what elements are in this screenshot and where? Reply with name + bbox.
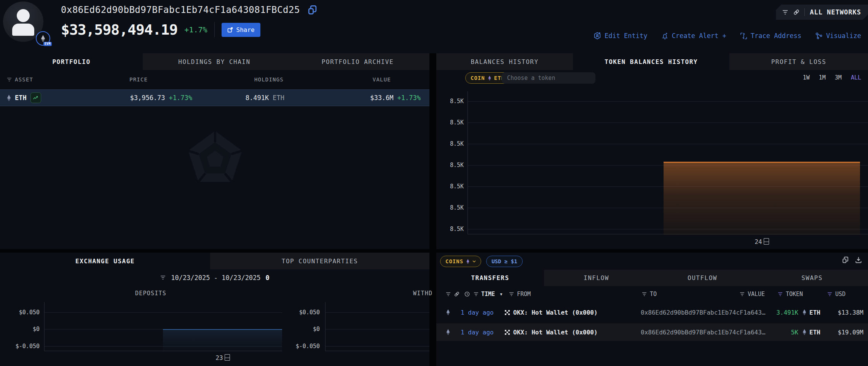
range-1m[interactable]: 1M [819, 74, 826, 81]
tab-transfers[interactable]: TRANSFERS [436, 270, 544, 286]
tab-portfolio[interactable]: PORTFOLIO [0, 53, 143, 70]
asset-price-change: +1.73% [169, 94, 192, 102]
transfer-time[interactable]: 1 day ago [461, 323, 494, 341]
create-alert-label: Create Alert + [672, 32, 726, 40]
wallet-address: 0x86Ed62d90bBd97BFabc1Eb74cF1a643081FBCd… [61, 5, 300, 15]
link-icon[interactable] [793, 9, 799, 15]
transfer-row[interactable]: 1 day ago OKX: Hot Wallet (0x000) 0x86Ed… [436, 323, 868, 341]
col-to[interactable]: TO [650, 289, 657, 299]
balance-change: +1.7% [184, 25, 207, 34]
portfolio-table-header: ASSET PRICE HOLDINGS VALUE [0, 73, 429, 86]
copy-icon[interactable] [842, 256, 849, 263]
transfer-from[interactable]: OKX: Hot Wallet (0x000) [513, 304, 598, 321]
create-alert-button[interactable]: Create Alert + [661, 32, 726, 40]
filter-icon[interactable] [473, 289, 479, 299]
network-selector[interactable]: ALL NETWORKS [776, 5, 868, 20]
tab-inflow[interactable]: INFLOW [544, 270, 649, 286]
transfers-panel: COINS USD ≥ $1 TRANSFERS INFLOW [436, 253, 868, 366]
balance-row: $33,598,494.19 +1.7% Share [61, 21, 260, 38]
y-tick: $0.050 [282, 309, 320, 316]
transfer-value: 5K [791, 323, 798, 341]
col-price[interactable]: PRICE [129, 76, 192, 83]
address-row: 0x86Ed62d90bBd97BFabc1Eb74cF1a643081FBCd… [61, 5, 318, 15]
asset-holdings: 8.491K [246, 94, 269, 102]
evm-chain-badge: EVM [36, 31, 50, 46]
col-value[interactable]: VALUE [748, 289, 765, 299]
trace-address-button[interactable]: Trace Address [740, 32, 801, 40]
date-range-filter[interactable]: 10/23/2025 - 10/23/2025 0 [0, 274, 429, 282]
filter-icon[interactable] [445, 289, 451, 299]
selected-range-region[interactable] [163, 329, 282, 351]
download-icon[interactable] [855, 256, 862, 263]
col-time[interactable]: TIME [481, 289, 495, 299]
transfer-filter-chips: COINS USD ≥ $1 [440, 256, 523, 267]
range-1w[interactable]: 1W [803, 74, 810, 81]
clock-icon[interactable] [464, 289, 470, 299]
trace-icon [740, 32, 747, 40]
transfer-token: ETH [809, 323, 820, 341]
tab-exchange-usage[interactable]: EXCHANGE USAGE [0, 253, 210, 269]
transfer-time[interactable]: 1 day ago [461, 304, 494, 321]
token-search-input[interactable] [502, 72, 595, 84]
filter-icon[interactable] [782, 10, 788, 15]
network-selector-label: ALL NETWORKS [810, 8, 861, 16]
tab-outflow[interactable]: OUTFLOW [649, 270, 756, 286]
y-tick: $0 [2, 325, 40, 333]
transfer-to[interactable]: 0x86Ed62d90bBd97BFabc1Eb74cF1a643… [641, 323, 766, 341]
tab-token-balances-history[interactable]: TOKEN BALANCES HISTORY [573, 53, 729, 70]
token-history-tabs: BALANCES HISTORY TOKEN BALANCES HISTORY … [436, 53, 868, 70]
col-value[interactable]: VALUE [284, 76, 429, 83]
sparkline-chart-icon[interactable] [30, 92, 41, 103]
range-all[interactable]: ALL [851, 74, 861, 81]
y-tick: 8.5K [437, 140, 464, 148]
y-tick: 8.5K [437, 97, 464, 105]
col-from[interactable]: FROM [517, 289, 531, 299]
asset-price: $3,956.73 [130, 94, 165, 102]
coins-filter-chip[interactable]: COINS [440, 256, 481, 267]
deposits-title: DEPOSITS [44, 290, 257, 297]
tab-portfolio-archive[interactable]: PORTFOLIO ARCHIVE [286, 53, 429, 70]
time-range-selector: 1W 1M 3M ALL [803, 74, 861, 81]
copy-address-icon[interactable] [308, 5, 318, 15]
filter-icon-active[interactable] [777, 289, 783, 299]
eth-icon [466, 259, 469, 264]
filter-icon[interactable] [7, 78, 12, 82]
transfers-tabs: TRANSFERS INFLOW OUTFLOW SWAPS [436, 270, 868, 286]
transfer-row[interactable]: 1 day ago OKX: Hot Wallet (0x000) 0x86Ed… [436, 304, 868, 321]
transfer-to[interactable]: 0x86Ed62d90bBd97BFabc1Eb74cF1a643… [641, 304, 766, 321]
portfolio-row-eth[interactable]: ETH $3,956.73 +1.73% 8.491K ETH $33.6M +… [0, 89, 429, 106]
transfer-usd: $19.09M [838, 323, 863, 341]
col-asset[interactable]: ASSET [15, 76, 33, 83]
tab-holdings-by-chain[interactable]: HOLDINGS BY CHAIN [143, 53, 286, 70]
link-icon[interactable] [454, 289, 460, 299]
exchange-tabs: EXCHANGE USAGE TOP COUNTERPARTIES [0, 253, 429, 269]
share-label: Share [236, 26, 255, 33]
col-token[interactable]: TOKEN [786, 289, 803, 299]
usd-chip-label: USD ≥ $1 [491, 258, 517, 264]
clock-icon[interactable]: 0 [266, 274, 270, 282]
share-button[interactable]: Share [222, 23, 260, 37]
filter-icon[interactable] [739, 289, 745, 299]
eth-icon [41, 35, 45, 42]
tab-top-counterparties[interactable]: TOP COUNTERPARTIES [210, 253, 429, 269]
eth-icon [446, 304, 450, 321]
range-3m[interactable]: 3M [835, 74, 842, 81]
tab-balances-history[interactable]: BALANCES HISTORY [436, 53, 573, 70]
col-holdings[interactable]: HOLDINGS [192, 76, 284, 83]
filter-icon[interactable] [641, 289, 647, 299]
transfer-value: 3.491K [776, 304, 798, 321]
eth-balance-bar[interactable] [664, 162, 860, 235]
tab-profit-loss[interactable]: PROFIT & LOSS [729, 53, 868, 70]
sort-caret-icon[interactable]: ▾ [499, 289, 503, 299]
tab-swaps[interactable]: SWAPS [756, 270, 868, 286]
filter-icon-active[interactable] [827, 289, 833, 299]
visualize-button[interactable]: Visualize [815, 32, 861, 40]
col-usd[interactable]: USD [835, 289, 846, 299]
usd-filter-chip[interactable]: USD ≥ $1 [486, 256, 522, 267]
edit-entity-button[interactable]: Edit Entity [594, 32, 648, 40]
divider [804, 8, 805, 16]
evm-label: EVM [43, 42, 52, 46]
okx-icon [505, 304, 510, 321]
transfer-from[interactable]: OKX: Hot Wallet (0x000) [513, 323, 598, 341]
filter-icon[interactable] [509, 289, 514, 299]
